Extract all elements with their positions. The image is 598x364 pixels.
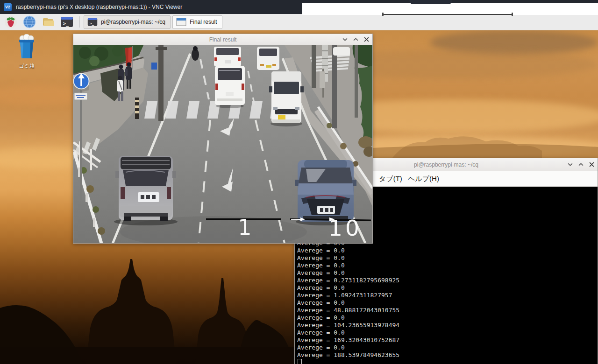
terminal-icon: >_ <box>87 17 98 27</box>
overlay-tick <box>382 13 384 16</box>
applications-menu-button[interactable] <box>3 15 19 29</box>
menu-help[interactable]: ヘルプ(H) <box>408 175 439 183</box>
trash-icon[interactable]: ゴミ箱 <box>13 34 40 70</box>
console-line: Averege = 0.0 <box>297 262 399 269</box>
maximize-icon[interactable] <box>578 161 584 168</box>
white-wagon <box>257 47 279 70</box>
console-line: Averege = 0.0 <box>297 269 399 277</box>
svg-text:>_: >_ <box>63 21 69 27</box>
vnc-window-title: raspberrypi-mas (pi's X desktop (raspber… <box>16 4 182 10</box>
terminal-launcher-button[interactable]: >_ <box>59 15 75 29</box>
console-line: Averege = 48.888172043010755 <box>297 307 399 314</box>
white-car-distant <box>333 47 350 56</box>
white-overlay-panel <box>302 3 598 15</box>
console-line: Averege = 0.0 <box>297 254 399 262</box>
task-label: pi@raspberrypi-mas: ~/cq <box>101 19 165 25</box>
file-manager-button[interactable] <box>40 15 56 29</box>
maximize-icon[interactable] <box>353 36 359 42</box>
console-line: Averege = 0.0 <box>297 329 399 336</box>
close-icon[interactable] <box>363 36 370 42</box>
overlay-tick <box>512 13 513 16</box>
raspberry-icon <box>4 15 17 28</box>
minimize-icon[interactable] <box>342 36 348 42</box>
trash-label: ゴミ箱 <box>13 63 40 70</box>
final-result-title: Final result <box>209 36 237 43</box>
console-line: Averege = 0.0 <box>297 299 399 307</box>
traffic-camera-frame[interactable]: 1 10 <box>73 45 372 243</box>
console-line: Averege = 188.53978494623655 <box>297 351 399 359</box>
taskbar-separator <box>79 16 80 28</box>
console-line: Averege = 0.2731182795698925 <box>297 277 399 284</box>
console-line: Averege = 0.0 <box>297 314 399 322</box>
folder-icon <box>42 15 55 28</box>
white-van-far <box>214 47 241 66</box>
console-line: Averege = 0.0 <box>297 247 399 254</box>
console-line: Averege = 1.09247311827957 <box>297 292 399 299</box>
console-line: Averege = 0.0 <box>297 284 399 292</box>
counter-left: 1 <box>238 215 251 240</box>
counter-right: 10 <box>328 215 362 241</box>
vnc-viewer-screen: ゴミ箱 pi@raspberrypi-mas: ~/cq タブ(T) ヘルプ(H… <box>0 0 598 364</box>
overlay-line <box>383 14 512 15</box>
silver-minivan <box>114 156 178 225</box>
terminal-icon: >_ <box>60 15 74 28</box>
taskbar: >_ >_ pi@raspberrypi-mas: ~/cq Final res… <box>0 14 598 30</box>
vnc-toolbar-tab[interactable] <box>409 0 452 4</box>
task-label: Final result <box>190 19 217 25</box>
console-line: Averege = 104.23655913978494 <box>297 322 399 329</box>
final-result-window: Final result <box>73 34 373 244</box>
trash-can-icon <box>16 34 37 60</box>
console-line: Averege = 169.32043010752687 <box>297 336 399 344</box>
console-line: Averege = 0.0 <box>297 344 399 351</box>
close-icon[interactable] <box>589 161 595 168</box>
terminal-title: pi@raspberrypi-mas: ~/cq <box>414 161 478 168</box>
task-button-terminal[interactable]: >_ pi@raspberrypi-mas: ~/cq <box>84 15 171 29</box>
web-browser-button[interactable] <box>21 15 37 29</box>
menu-tab[interactable]: タブ(T) <box>379 175 402 183</box>
terminal-cursor <box>298 359 302 364</box>
globe-icon <box>23 15 36 28</box>
white-van-rear <box>215 66 245 108</box>
task-button-final-result[interactable]: Final result <box>172 15 222 29</box>
final-result-titlebar[interactable]: Final result <box>73 34 372 45</box>
minimize-icon[interactable] <box>567 161 573 168</box>
svg-text:>_: >_ <box>90 21 94 26</box>
white-kei-truck <box>269 71 304 126</box>
vnc-logo-icon: V2 <box>4 3 12 11</box>
window-icon <box>176 17 187 27</box>
